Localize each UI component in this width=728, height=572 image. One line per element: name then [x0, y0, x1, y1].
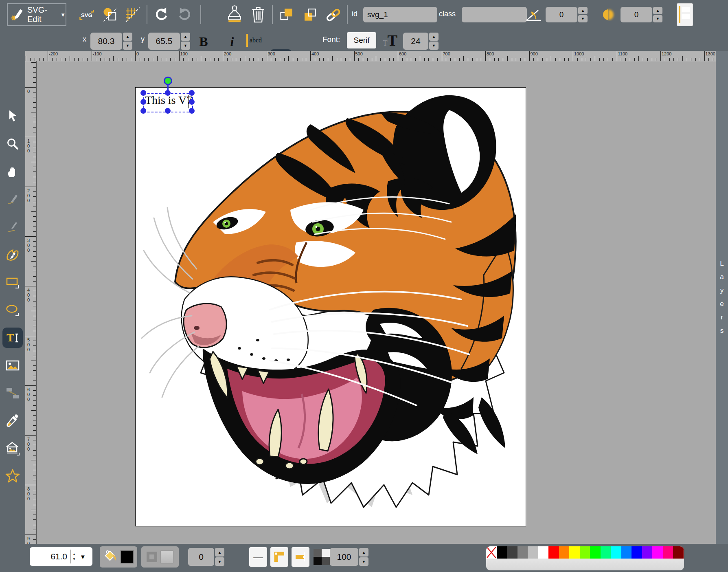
fill-color-group[interactable] [100, 546, 137, 568]
line-tool[interactable] [2, 217, 23, 237]
stroke-width-input[interactable]: 0 ▲ ▼ [188, 548, 224, 566]
angle-input[interactable]: 0 ▲ ▼ [546, 7, 588, 22]
selection-handle-sw[interactable] [140, 108, 146, 114]
pencil-tool[interactable] [2, 189, 23, 209]
logo-menu-button[interactable]: SVG-Edit ▼ [7, 3, 66, 26]
ruler-tick [424, 58, 425, 61]
pan-tool[interactable] [2, 161, 23, 182]
font-size-input[interactable]: 24 ▲ ▼ [403, 33, 439, 50]
font-size-down-button[interactable]: ▼ [429, 42, 439, 50]
stroke-dash-button[interactable]: — [249, 547, 267, 567]
palette-swatch[interactable] [632, 546, 642, 559]
svg-canvas[interactable] [135, 87, 526, 526]
palette-swatch[interactable] [673, 546, 684, 559]
selection-handle-n[interactable] [165, 90, 171, 96]
image-tool[interactable] [2, 355, 23, 376]
angle-up-button[interactable]: ▲ [578, 7, 588, 14]
blur-input[interactable]: 0 ▲ ▼ [621, 7, 662, 22]
text-anchor-start-button[interactable]: abcd [245, 31, 266, 49]
clone-icon[interactable] [224, 4, 245, 25]
connector-tool[interactable] [2, 383, 23, 403]
selection-handle-se[interactable] [189, 108, 195, 114]
eyedropper-tool[interactable] [2, 411, 23, 431]
star-tool[interactable] [2, 466, 23, 486]
zoom-widget[interactable]: 61.0 ▲ ▼ ▼ [30, 547, 92, 566]
layers-panel-tab[interactable]: Layers [716, 51, 728, 544]
selection-handle-nw[interactable] [140, 90, 146, 96]
palette-swatch[interactable] [590, 546, 601, 559]
x-input[interactable]: 80.3 ▲ ▼ [90, 33, 132, 50]
redo-icon[interactable] [174, 5, 195, 24]
move-top-icon[interactable] [277, 5, 297, 24]
palette-swatch[interactable] [580, 546, 590, 559]
palette-swatch[interactable] [507, 546, 517, 559]
y-down-button[interactable]: ▼ [181, 42, 190, 50]
link-icon[interactable] [322, 5, 344, 24]
bold-button[interactable]: B [195, 33, 213, 51]
blur-down-button[interactable]: ▼ [653, 15, 662, 22]
rect-tool[interactable] [2, 272, 23, 293]
angle-down-button[interactable]: ▼ [578, 15, 588, 22]
delete-icon[interactable] [248, 4, 269, 25]
palette-swatch[interactable] [601, 546, 611, 559]
toolbar-divider [200, 5, 201, 24]
opacity-up-button[interactable]: ▲ [359, 548, 368, 557]
fill-color-swatch[interactable] [121, 550, 134, 563]
color-palette[interactable] [486, 546, 684, 570]
stroke-color-group[interactable] [141, 546, 179, 568]
selection-handle-ne[interactable] [189, 90, 195, 96]
wireframe-icon[interactable] [100, 5, 121, 24]
workspace[interactable]: This is V7 [37, 61, 716, 544]
palette-swatch[interactable] [528, 546, 538, 559]
y-up-button[interactable]: ▲ [181, 33, 190, 41]
path-tool[interactable] [2, 244, 23, 265]
opacity-input[interactable]: 100 ▲ ▼ [330, 548, 368, 566]
rotate-handle[interactable] [164, 77, 172, 85]
selection-handle-s[interactable] [165, 108, 171, 114]
palette-swatch[interactable] [559, 546, 570, 559]
font-size-up-button[interactable]: ▲ [429, 33, 439, 41]
select-tool[interactable] [2, 106, 23, 126]
palette-swatch[interactable] [611, 546, 621, 559]
selection-handle-e[interactable] [189, 99, 195, 105]
zoom-tool[interactable] [2, 134, 23, 154]
editor-background-swatch[interactable] [677, 3, 693, 26]
italic-button[interactable]: i [223, 33, 241, 51]
palette-swatch[interactable] [548, 546, 559, 559]
palette-swatch[interactable] [517, 546, 528, 559]
palette-swatch[interactable] [497, 546, 507, 559]
palette-swatch[interactable] [569, 546, 580, 559]
text-tool[interactable]: T [2, 328, 23, 348]
ruler-tick [669, 58, 670, 61]
stroke-linejoin-button[interactable] [270, 547, 288, 567]
undo-icon[interactable] [151, 5, 172, 24]
zoom-up-button[interactable]: ▲ [72, 552, 76, 556]
source-icon[interactable]: SVG [77, 6, 97, 24]
font-family-button[interactable]: Serif [347, 32, 376, 48]
shape-library-tool[interactable] [2, 438, 23, 459]
stroke-width-up-button[interactable]: ▲ [215, 548, 224, 557]
palette-swatch[interactable] [652, 546, 663, 559]
opacity-down-button[interactable]: ▼ [359, 557, 368, 566]
y-input[interactable]: 65.5 ▲ ▼ [148, 33, 190, 50]
palette-swatch[interactable] [642, 546, 653, 559]
id-input[interactable]: svg_1 [363, 7, 437, 22]
stroke-linecap-button[interactable] [292, 547, 309, 567]
move-bottom-icon[interactable] [300, 5, 320, 24]
x-down-button[interactable]: ▼ [123, 42, 132, 50]
ellipse-tool[interactable] [2, 300, 23, 320]
zoom-down-button[interactable]: ▼ [72, 557, 76, 561]
x-up-button[interactable]: ▲ [123, 33, 132, 41]
stroke-color-swatch[interactable] [160, 550, 173, 563]
blur-up-button[interactable]: ▲ [653, 7, 662, 14]
palette-swatch-none[interactable] [486, 546, 497, 559]
palette-swatch[interactable] [621, 546, 632, 559]
ruler-label: 1000 [574, 51, 584, 56]
selection-handle-w[interactable] [140, 99, 146, 105]
palette-swatch[interactable] [663, 546, 673, 559]
grid-icon[interactable] [122, 5, 143, 24]
zoom-dropdown-icon[interactable]: ▼ [80, 553, 86, 560]
stroke-width-down-button[interactable]: ▼ [215, 557, 224, 566]
palette-swatch[interactable] [538, 546, 549, 559]
class-input[interactable] [462, 7, 527, 22]
